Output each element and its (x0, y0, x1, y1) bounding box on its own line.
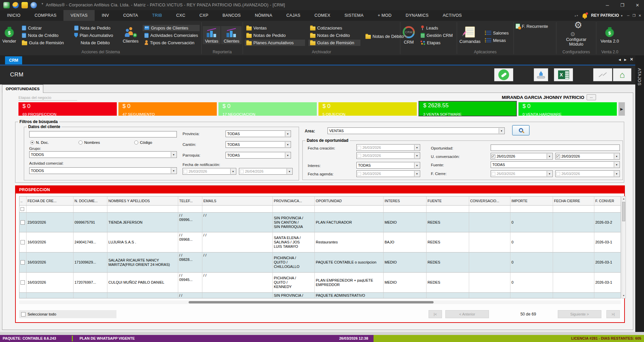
client-search-input[interactable] (29, 131, 177, 137)
select-all-control[interactable]: Seleccionar todo (19, 310, 116, 318)
col-header-importe[interactable]: IMPORTE (510, 196, 553, 206)
menu-tab-cxc[interactable]: CXC (169, 10, 192, 21)
row-checkbox[interactable] (20, 220, 25, 225)
parroquia-select[interactable]: TODAS (226, 152, 291, 159)
checkbox-icon[interactable] (357, 172, 361, 176)
f-recurrente-button[interactable]: F. Recurrente (514, 23, 550, 30)
stage-card-venta-software[interactable]: $ 2628.55 3 VENTA SOFTWARE (418, 101, 517, 116)
vertical-scrollbar[interactable]: ▲ ▼ (622, 196, 626, 298)
menu-tab-sistema[interactable]: SISTEMA (337, 10, 370, 21)
notification-bell-icon[interactable] (583, 13, 587, 18)
checkbox-icon[interactable] (240, 170, 244, 173)
col-header-f-conversion[interactable]: F. CONVER (594, 196, 621, 206)
restore-button[interactable]: ❐ (620, 3, 624, 8)
f-cierre-from[interactable]: 26/03/2026 (491, 170, 553, 177)
canton-select[interactable]: TODAS (226, 141, 291, 148)
col-header-fecha-creacion[interactable]: FECHA DE CRE... (27, 196, 73, 206)
grupo-select[interactable]: TODOS (29, 151, 177, 158)
search-button[interactable] (512, 125, 530, 135)
configurar-modulo-button[interactable]: ⚙⚙ Configurar Módulo (559, 23, 593, 47)
menu-tab-trib[interactable]: TRIB (145, 10, 169, 21)
checkbox-icon[interactable] (556, 172, 560, 176)
checkbox-icon[interactable] (556, 155, 560, 158)
clientes-button[interactable]: + Clientes (120, 26, 141, 44)
fecha-creacion-from[interactable]: 26/03/2026 (356, 144, 420, 151)
chevron-down-icon[interactable]: ▾ (42, 2, 43, 5)
horizontal-scroll-thumb[interactable] (189, 301, 434, 303)
plan-acumulativo-button[interactable]: Plan Acumulativo (72, 32, 118, 39)
leads-button[interactable]: Leads (419, 25, 453, 31)
select-all-checkbox[interactable] (21, 312, 26, 317)
menu-tab-cxp[interactable]: CXP (192, 10, 215, 21)
pagination-prev-button[interactable]: < Anterior (445, 310, 489, 318)
tipos-conversacion-button[interactable]: Tipos de Conversación (143, 40, 200, 46)
actividades-comerciales-button[interactable]: Actividades Comerciales (143, 32, 200, 39)
tab-oportunidades[interactable]: OPORTUNIDADES (2, 84, 43, 93)
fecha-notificacion-to[interactable]: 26/04/2026 (239, 168, 293, 175)
nota-debito-button[interactable]: Nota de Débito (72, 40, 118, 46)
tab-close-icon[interactable]: ✕ (630, 57, 633, 62)
nota-pedido-button[interactable]: Nota de Pedido (72, 25, 118, 31)
actividad-comercial-select[interactable]: TODOS (29, 167, 177, 174)
radio-nombres[interactable]: Nombres (79, 140, 100, 145)
comandas-button[interactable]: Comandas (457, 26, 483, 45)
menu-tab-ventas[interactable]: VENTAS (63, 10, 95, 21)
archivo-notas-pedido-button[interactable]: Notas de Pedido (245, 32, 305, 39)
horizontal-scrollbar[interactable] (19, 300, 621, 304)
col-header-n-documento[interactable]: N. DOCUME... (73, 196, 107, 206)
menu-tab-inicio[interactable]: INICIO (0, 10, 28, 21)
archivo-ventas-button[interactable]: Ventas (245, 25, 305, 31)
owner-more-button[interactable]: ... (587, 94, 596, 100)
col-header-conversacion[interactable]: CONVERSACIO... (469, 196, 510, 206)
checkbox-icon[interactable] (184, 170, 187, 173)
provincia-select[interactable]: TODAS (226, 130, 291, 137)
u-conversacion-to[interactable]: 26/03/2026 (555, 153, 620, 160)
row-checkbox[interactable] (20, 260, 25, 265)
excel-export-button[interactable]: X (554, 68, 573, 81)
col-header-fecha-cierre[interactable]: FECHA CIERRE (553, 196, 594, 206)
col-header-telefonos[interactable]: TELEF... (178, 196, 202, 206)
col-header-interes[interactable]: INTERES (384, 196, 427, 206)
nota-credito-button[interactable]: Nota de Crédito (20, 32, 69, 39)
scroll-down-icon[interactable]: ▼ (622, 293, 626, 298)
crm-button[interactable]: CRM CRM (400, 25, 417, 45)
col-header-nombres[interactable]: NOMBRES Y APELLIDOS (107, 196, 178, 206)
grupos-clientes-button[interactable]: Grupos de Clientes (143, 25, 200, 31)
fecha-agenda-select[interactable]: 26/03/2026 (356, 170, 420, 177)
u-conversacion-from[interactable]: 26/01/2026 (491, 153, 553, 160)
archivo-planes-acumulativos-button[interactable]: Planes Acumulativos (245, 40, 305, 46)
checkbox-icon[interactable] (357, 154, 361, 158)
fecha-creacion-to[interactable]: 26/03/2026 (356, 152, 420, 159)
mdi-close-button[interactable]: ✕ (639, 14, 641, 17)
area-select[interactable]: VENTAS (328, 127, 505, 134)
gestion-crm-button[interactable]: Gestión CRM (419, 32, 453, 39)
checkbox-icon[interactable] (357, 146, 361, 150)
filter-checkbox[interactable] (20, 207, 24, 211)
oportunidad-input[interactable] (491, 145, 620, 151)
ribbon-collapse-icon[interactable]: ▴▾ (575, 14, 579, 17)
menu-tab-inv[interactable]: INV (95, 10, 116, 21)
stage-card-objecion[interactable]: $ 0 5 OBJECION (318, 102, 417, 116)
archivo-notas-credito-button[interactable]: Notas de Crédito (308, 32, 360, 39)
reporte-ventas-button[interactable]: Ventas (203, 26, 221, 44)
pagination-first-button[interactable]: |< (429, 310, 442, 318)
fecha-notificacion-from[interactable]: 26/03/2026 (183, 168, 236, 175)
radio-n-doc[interactable]: N. Doc. (30, 140, 49, 145)
etapas-button[interactable]: Etapas (419, 40, 453, 46)
whatsapp-button[interactable] (494, 68, 513, 81)
shortcuts-strip[interactable]: ATAJOS (635, 55, 644, 332)
interes-select[interactable]: TODAS (356, 162, 420, 169)
reporte-clientes-button[interactable]: Clientes (221, 26, 242, 44)
pagination-next-button[interactable]: Siguiente > (558, 310, 601, 318)
col-header-oportunidad[interactable]: OPORTUNIDAD (315, 196, 384, 206)
tab-scroll-right-icon[interactable]: ▶ (624, 57, 627, 62)
f-cierre-to[interactable]: 26/03/2026 (555, 170, 620, 177)
cotizar-button[interactable]: Cotizar (20, 25, 69, 31)
fuente-select[interactable]: TODAS (491, 161, 620, 168)
signature-button[interactable] (593, 68, 612, 81)
guia-remision-button[interactable]: Guía de Remisión (20, 40, 69, 46)
export-upload-button[interactable] (534, 68, 548, 81)
menu-tab-bancos[interactable]: BANCOS (215, 10, 248, 21)
archivo-guias-remision-button[interactable]: Guías de Remisión (308, 40, 360, 46)
mdi-restore-button[interactable]: ❐ (633, 14, 636, 17)
